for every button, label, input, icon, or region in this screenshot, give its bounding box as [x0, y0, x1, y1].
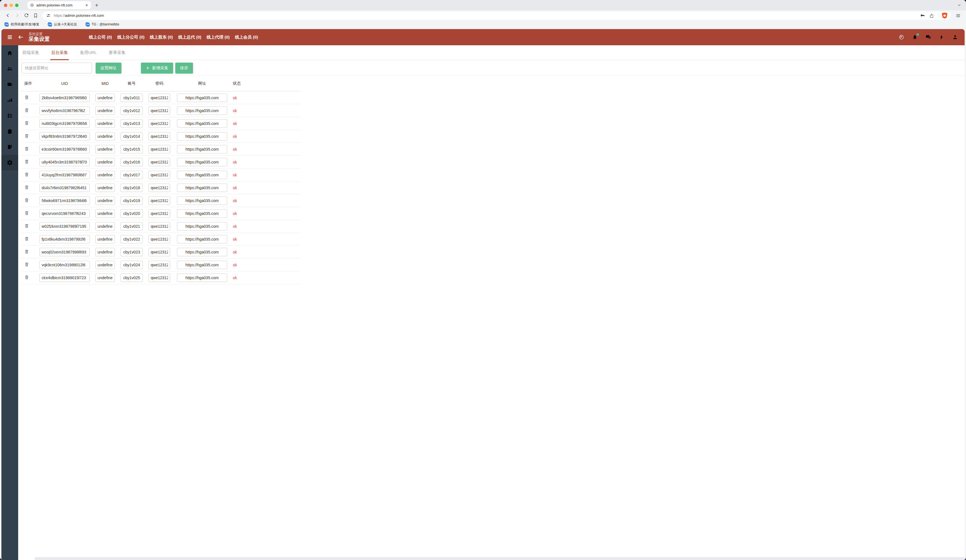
mid-input[interactable]	[95, 197, 115, 205]
delete-row-button[interactable]	[24, 133, 29, 139]
account-input[interactable]	[120, 209, 143, 218]
url-input[interactable]	[177, 119, 227, 128]
mid-input[interactable]	[95, 184, 115, 192]
uid-input[interactable]	[39, 274, 90, 280]
delete-row-button[interactable]	[24, 120, 29, 126]
url-input[interactable]	[177, 197, 227, 205]
mid-input[interactable]	[95, 119, 115, 128]
uid-input[interactable]	[39, 209, 90, 218]
sidebar-item-logs[interactable]	[2, 139, 18, 155]
delete-row-button[interactable]	[24, 274, 29, 280]
password-input[interactable]	[148, 171, 170, 179]
mid-input[interactable]	[95, 107, 115, 115]
set-url-button[interactable]: 设置网址	[95, 62, 121, 74]
delete-row-button[interactable]	[24, 236, 29, 241]
browser-tab[interactable]: admin.poloniex-nft.com ✕	[27, 1, 91, 9]
delete-row-button[interactable]	[24, 107, 29, 113]
account-input[interactable]	[120, 145, 143, 153]
close-window-button[interactable]	[4, 3, 7, 7]
delete-row-button[interactable]	[24, 159, 29, 164]
url-input[interactable]	[177, 261, 227, 269]
url-input[interactable]	[177, 274, 227, 280]
delete-row-button[interactable]	[24, 223, 29, 228]
url-input[interactable]	[177, 184, 227, 192]
password-input[interactable]	[148, 107, 170, 115]
tab-backend-collect[interactable]: 后台采集	[50, 50, 69, 60]
header-nav-item[interactable]: 线上公司 (0)	[89, 34, 112, 40]
close-tab-icon[interactable]: ✕	[85, 3, 89, 7]
tab-frontend-collect[interactable]: 前端采集	[21, 50, 40, 60]
uid-input[interactable]	[39, 235, 90, 243]
mid-input[interactable]	[95, 209, 115, 218]
account-input[interactable]	[120, 261, 143, 269]
uid-input[interactable]	[39, 145, 90, 153]
password-input[interactable]	[148, 119, 170, 128]
account-input[interactable]	[120, 248, 143, 256]
mid-input[interactable]	[95, 235, 115, 243]
password-input[interactable]	[148, 145, 170, 153]
uid-input[interactable]	[39, 107, 90, 115]
header-nav-item[interactable]: 线上会员 (0)	[235, 34, 258, 40]
bookmark-item[interactable]: Tm 程序搭建/开发/修复	[5, 22, 39, 27]
password-input[interactable]	[148, 158, 170, 166]
uid-input[interactable]	[39, 261, 90, 269]
address-bar[interactable]: https://admin.poloniex-nft.com	[43, 11, 483, 20]
sidebar-item-users[interactable]	[2, 61, 18, 77]
account-input[interactable]	[120, 235, 143, 243]
url-input[interactable]	[177, 235, 227, 243]
password-input[interactable]	[148, 197, 170, 205]
menu-hamburger-icon[interactable]	[7, 34, 13, 40]
url-input[interactable]	[177, 145, 227, 153]
delete-row-button[interactable]	[24, 94, 29, 100]
url-input[interactable]	[177, 94, 227, 102]
account-input[interactable]	[120, 107, 143, 115]
site-settings-icon[interactable]	[46, 13, 51, 18]
header-nav-item[interactable]: 线上股东 (0)	[150, 34, 173, 40]
password-input[interactable]	[148, 248, 170, 256]
tab-backup-url[interactable]: 备用URL	[79, 50, 97, 60]
mid-input[interactable]	[95, 145, 115, 153]
uid-input[interactable]	[39, 248, 90, 256]
sidebar-item-news[interactable]	[2, 77, 18, 92]
url-input[interactable]	[177, 107, 227, 115]
url-input[interactable]	[177, 171, 227, 179]
account-input[interactable]	[120, 119, 143, 128]
account-input[interactable]	[120, 197, 143, 205]
account-input[interactable]	[120, 222, 143, 230]
uid-input[interactable]	[39, 119, 90, 128]
delete-row-button[interactable]	[24, 197, 29, 203]
uid-input[interactable]	[39, 171, 90, 179]
password-input[interactable]	[148, 209, 170, 218]
delete-row-button[interactable]	[24, 249, 29, 254]
url-input[interactable]	[177, 222, 227, 230]
delete-row-button[interactable]	[24, 184, 29, 190]
uid-input[interactable]	[39, 184, 90, 192]
uid-input[interactable]	[39, 132, 90, 141]
minimize-window-button[interactable]	[10, 3, 13, 7]
account-input[interactable]	[120, 94, 143, 102]
mid-input[interactable]	[95, 274, 115, 280]
mid-input[interactable]	[95, 132, 115, 141]
mid-input[interactable]	[95, 261, 115, 269]
password-input[interactable]	[148, 261, 170, 269]
reload-icon[interactable]	[24, 13, 29, 18]
uid-input[interactable]	[39, 94, 90, 102]
url-input[interactable]	[177, 158, 227, 166]
save-button[interactable]: 保存	[175, 62, 193, 74]
mid-input[interactable]	[95, 158, 115, 166]
header-nav-item[interactable]: 线上代理 (0)	[207, 34, 230, 40]
bookmark-page-icon[interactable]	[33, 13, 38, 18]
password-input[interactable]	[148, 235, 170, 243]
account-input[interactable]	[120, 184, 143, 192]
url-input[interactable]	[177, 132, 227, 141]
password-input[interactable]	[148, 274, 170, 280]
url-text[interactable]: https://admin.poloniex-nft.com	[54, 13, 483, 18]
mid-input[interactable]	[95, 222, 115, 230]
header-nav-item[interactable]: 线上总代 (0)	[178, 34, 202, 40]
uid-input[interactable]	[39, 197, 90, 205]
delete-row-button[interactable]	[24, 261, 29, 267]
tab-score-collect[interactable]: 赛果采集	[108, 50, 127, 60]
sidebar-item-lists[interactable]	[2, 108, 18, 123]
delete-row-button[interactable]	[24, 210, 29, 216]
mid-input[interactable]	[95, 171, 115, 179]
